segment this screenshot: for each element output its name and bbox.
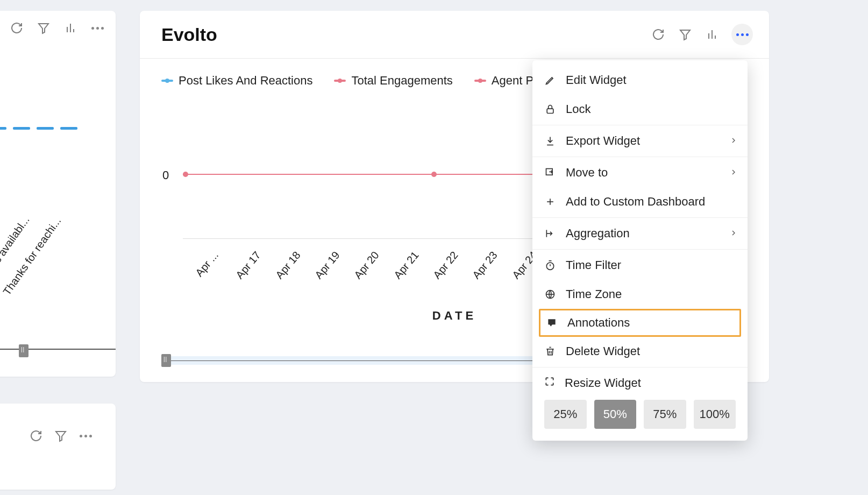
x-label: Thanks for reachi... (1, 215, 63, 298)
menu-item-time-filter[interactable]: Time Filter (532, 251, 748, 280)
menu-item-export-widget[interactable]: Export Widget (532, 126, 748, 155)
y-tick-label: 0 (162, 168, 169, 182)
resize-option-75[interactable]: 75% (644, 400, 686, 429)
menu-item-move-to[interactable]: Move to (532, 158, 748, 187)
legend-marker-icon (161, 80, 173, 82)
filter-icon[interactable] (36, 20, 51, 36)
menu-divider (532, 367, 748, 367)
menu-item-resize-widget: Resize Widget (532, 369, 748, 393)
filter-icon[interactable] (53, 428, 68, 443)
widget-toolbar (651, 24, 753, 45)
legend-label: Post Likes And Reactions (179, 74, 312, 88)
100[interactable]: 100% (694, 400, 736, 429)
more-icon[interactable] (90, 20, 105, 36)
menu-item-edit-widget[interactable]: Edit Widget (532, 66, 748, 95)
expand-icon (544, 376, 555, 390)
chart-icon[interactable] (705, 27, 720, 42)
chevron-right-icon (729, 166, 738, 180)
left-partial-widget-2 (0, 404, 116, 490)
menu-label: Add to Custom Dashboard (566, 195, 705, 209)
svg-point-5 (546, 263, 553, 270)
menu-divider (532, 217, 748, 218)
menu-label: Export Widget (566, 134, 640, 148)
legend-item[interactable]: Agent P (474, 74, 533, 88)
left-range-slider[interactable] (0, 344, 116, 355)
legend-marker-icon (474, 80, 486, 82)
left-chart-body (0, 127, 116, 130)
left-toolbar-2 (0, 404, 116, 443)
left-toolbar (0, 11, 116, 36)
legend-item[interactable]: Post Likes And Reactions (161, 74, 312, 88)
x-tick-label: Apr 20 (352, 249, 382, 281)
menu-item-aggregation[interactable]: Aggregation (532, 219, 748, 248)
blue-dash-series (0, 127, 116, 130)
x-tick-label: Apr 22 (431, 249, 461, 281)
trash-icon (544, 346, 556, 357)
filter-icon[interactable] (678, 27, 693, 42)
left-x-labels: The A4 is availabl... Thanks for reachi.… (0, 210, 116, 317)
menu-label: Annotations (567, 316, 630, 330)
menu-divider (532, 157, 748, 157)
menu-item-annotations[interactable]: Annotations (539, 309, 741, 337)
download-icon (544, 136, 556, 146)
slider-handle-left[interactable] (161, 354, 171, 367)
menu-label: Time Filter (566, 258, 621, 272)
menu-label: Edit Widget (566, 73, 627, 87)
menu-label: Delete Widget (566, 344, 640, 358)
x-tick-label: Apr 17 (233, 249, 264, 281)
legend-item[interactable]: Total Engagements (334, 74, 452, 88)
menu-item-time-zone[interactable]: Time Zone (532, 280, 748, 309)
legend-marker-icon (334, 80, 346, 82)
plus-icon (544, 196, 556, 207)
legend-label: Total Engagements (351, 74, 452, 88)
resize-option-50[interactable]: 50% (594, 400, 637, 429)
globe-icon (544, 289, 556, 300)
svg-marker-1 (56, 432, 66, 441)
slider-handle[interactable] (19, 344, 29, 357)
menu-item-lock[interactable]: Lock (532, 95, 748, 124)
widget-options-menu: Edit Widget Lock Export Widget Move to A… (532, 60, 748, 441)
move-icon (544, 167, 556, 178)
svg-marker-2 (680, 30, 690, 40)
menu-divider (532, 249, 748, 250)
stopwatch-icon (544, 260, 556, 271)
lock-icon (544, 104, 556, 115)
annotation-icon (546, 317, 558, 328)
svg-marker-0 (39, 24, 48, 33)
left-partial-widget: The A4 is availabl... Thanks for reachi.… (0, 11, 116, 377)
menu-item-add-custom-dashboard[interactable]: Add to Custom Dashboard (532, 187, 748, 216)
menu-label: Move to (566, 166, 608, 180)
menu-label: Time Zone (566, 287, 622, 301)
x-tick-label: Apr 23 (470, 249, 500, 281)
x-tick-label: Apr 21 (392, 249, 422, 281)
widget-header: Evolto (140, 11, 769, 59)
pencil-icon (544, 75, 556, 86)
menu-label: Resize Widget (565, 376, 641, 390)
x-tick-label: Apr ... (193, 249, 221, 279)
main-chart-widget: Evolto Post Likes And Reactions Total En… (140, 11, 769, 382)
more-icon[interactable] (78, 428, 93, 443)
aggregation-icon (544, 228, 556, 239)
resize-option-25[interactable]: 25% (544, 400, 587, 429)
refresh-icon[interactable] (29, 428, 44, 443)
legend-label: Agent P (492, 74, 533, 88)
chevron-right-icon (729, 134, 738, 148)
svg-rect-3 (547, 109, 553, 113)
menu-label: Lock (566, 102, 590, 116)
x-tick-label: Apr 18 (273, 249, 303, 281)
chart-icon[interactable] (63, 20, 78, 36)
menu-divider (532, 125, 748, 125)
x-tick-label: Apr 19 (312, 249, 343, 281)
menu-label: Aggregation (566, 227, 630, 241)
more-icon[interactable] (731, 24, 753, 45)
refresh-icon[interactable] (651, 27, 666, 42)
menu-item-delete-widget[interactable]: Delete Widget (532, 337, 748, 366)
resize-options: 25% 50% 75% 100% (532, 393, 748, 431)
widget-title: Evolto (161, 24, 217, 45)
refresh-icon[interactable] (9, 20, 24, 36)
chevron-right-icon (729, 227, 738, 241)
